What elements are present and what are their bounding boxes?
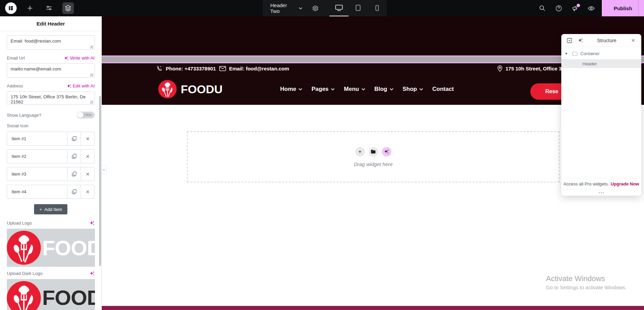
- help-button[interactable]: [553, 2, 564, 14]
- top-toolbar: Header Two: [0, 0, 644, 16]
- topbar-email[interactable]: Email: food@restan.com: [219, 63, 289, 74]
- whats-new-button[interactable]: [569, 2, 581, 14]
- upload-dark-logo-label: Upload Dark Logo: [7, 271, 43, 276]
- preview-button[interactable]: [585, 2, 597, 14]
- add-item-label: Add Item: [44, 207, 62, 212]
- footer-accent-bar: [102, 306, 644, 310]
- add-item-button[interactable]: + Add Item: [34, 204, 68, 214]
- eye-icon: [588, 6, 595, 11]
- toolbar-right-group: Publish: [536, 0, 644, 16]
- ai-sparkle-icon: [67, 84, 71, 88]
- folder-icon: [371, 149, 376, 154]
- chevron-down-icon: [331, 88, 335, 91]
- ai-sparkle-icon[interactable]: [90, 271, 95, 276]
- remove-item-button[interactable]: ✕: [81, 132, 94, 145]
- foodu-logo-mark: [7, 279, 41, 310]
- menu-item-home[interactable]: Home: [280, 86, 302, 93]
- add-widget-button[interactable]: +: [355, 147, 365, 157]
- show-language-toggle[interactable]: Hide: [77, 112, 95, 118]
- site-logo[interactable]: FOODU: [158, 80, 223, 98]
- topbar-address[interactable]: 175 10h Street, Office 375: [497, 63, 567, 74]
- collapse-all-button[interactable]: [565, 36, 574, 45]
- add-element-button[interactable]: [24, 2, 36, 14]
- document-settings-button[interactable]: [310, 2, 321, 14]
- document-switcher[interactable]: Header Two: [270, 2, 302, 14]
- edit-with-ai-link[interactable]: Edit with AI: [67, 83, 95, 88]
- document-name: Header Two: [270, 2, 296, 14]
- menu-item-menu[interactable]: Menu: [344, 86, 365, 93]
- address-field[interactable]: 175 10h Street, Office 375 Berlin, De 21…: [7, 91, 95, 105]
- close-icon: ✕: [631, 38, 635, 43]
- toggle-knob: [77, 112, 83, 118]
- copy-icon: [72, 154, 77, 159]
- device-desktop-button[interactable]: [329, 0, 349, 16]
- write-with-ai-link[interactable]: Write with AI: [64, 55, 95, 61]
- show-language-label: Show Language?: [7, 113, 41, 118]
- duplicate-item-button[interactable]: [67, 167, 81, 181]
- tree-item-header[interactable]: Header: [561, 59, 641, 68]
- container-icon: [572, 52, 578, 56]
- toolbar-left-group: [0, 0, 74, 16]
- chevron-down-icon: [299, 88, 302, 91]
- panel-scrollbar[interactable]: [99, 96, 101, 266]
- template-library-button[interactable]: [369, 147, 378, 157]
- structure-panel-header: Structure ✕: [561, 34, 641, 47]
- logo-upload-preview[interactable]: FOODU: [7, 229, 95, 267]
- remove-item-button[interactable]: ✕: [81, 150, 94, 163]
- site-settings-button[interactable]: [43, 2, 55, 14]
- envelope-icon: [219, 66, 226, 71]
- edit-header-panel: Edit Header Email: food@restan.com Email…: [0, 16, 102, 310]
- email-text-field[interactable]: Email: food@restan.com: [7, 35, 95, 50]
- publish-button[interactable]: Publish: [602, 0, 644, 16]
- menu-item-shop[interactable]: Shop: [403, 86, 423, 93]
- ai-builder-button[interactable]: [382, 147, 391, 157]
- social-item-title[interactable]: Item #4: [7, 185, 67, 198]
- dark-logo-upload-preview[interactable]: FOODU: [7, 279, 95, 310]
- upgrade-now-link[interactable]: Upgrade Now: [611, 181, 639, 186]
- social-icon-label: Social Icon: [7, 123, 95, 128]
- menu-item-contact[interactable]: Contact: [432, 86, 454, 93]
- finder-search-button[interactable]: [536, 2, 548, 14]
- foodu-logo-mark: [7, 229, 41, 267]
- publish-split-divider: [638, 0, 639, 16]
- duplicate-item-button[interactable]: [67, 132, 81, 145]
- elementor-editor: Header Two: [0, 0, 644, 310]
- social-item-title[interactable]: Item #1: [7, 132, 67, 145]
- watermark-subtitle: Go to Settings to activate Windows.: [546, 284, 627, 290]
- menu-item-pages[interactable]: Pages: [311, 86, 335, 93]
- duplicate-item-button[interactable]: [67, 185, 81, 198]
- pro-widgets-notice: Access all Pro widgets.: [563, 181, 609, 186]
- ai-sparkle-icon[interactable]: [90, 221, 95, 226]
- social-item-title[interactable]: Item #2: [7, 150, 67, 163]
- close-structure-button[interactable]: ✕: [629, 36, 637, 45]
- desktop-icon: [335, 5, 343, 11]
- ai-structure-button[interactable]: [576, 36, 584, 45]
- panel-resize-handle[interactable]: [561, 190, 641, 196]
- foodu-logo-mark: [158, 80, 177, 98]
- ai-sparkle-icon: [578, 38, 583, 43]
- chevron-down-icon: [390, 88, 393, 91]
- email-url-field[interactable]: mailto:name@email.com: [7, 63, 95, 78]
- logo-wordmark: FOODU: [42, 236, 95, 260]
- remove-item-button[interactable]: ✕: [81, 185, 94, 198]
- device-tablet-button[interactable]: [349, 0, 368, 16]
- caret-down-icon[interactable]: ▾: [565, 51, 569, 56]
- social-item-title[interactable]: Item #3: [7, 167, 67, 181]
- windows-activation-watermark: Activate Windows Go to Settings to activ…: [546, 274, 627, 290]
- topbar-phone[interactable]: Phone: +4733378901: [156, 63, 216, 74]
- panel-collapse-handle[interactable]: ‹: [102, 165, 107, 174]
- help-icon: [556, 5, 562, 12]
- elementor-logo[interactable]: [5, 2, 17, 14]
- structure-button[interactable]: [62, 2, 74, 14]
- tree-item-container[interactable]: ▾ Container: [561, 49, 641, 58]
- empty-section-dropzone[interactable]: + Drag widget here: [187, 131, 560, 182]
- plus-icon: +: [39, 207, 42, 212]
- duplicate-item-button[interactable]: [67, 150, 81, 163]
- remove-item-button[interactable]: ✕: [81, 167, 94, 181]
- tablet-icon: [356, 5, 360, 11]
- close-icon: ✕: [86, 136, 90, 142]
- social-item-row: Item #3 ✕: [7, 167, 95, 181]
- structure-panel: Structure ✕ ▾ Container Header Access al…: [561, 34, 641, 196]
- menu-item-blog[interactable]: Blog: [374, 86, 393, 93]
- device-mobile-button[interactable]: [368, 0, 387, 16]
